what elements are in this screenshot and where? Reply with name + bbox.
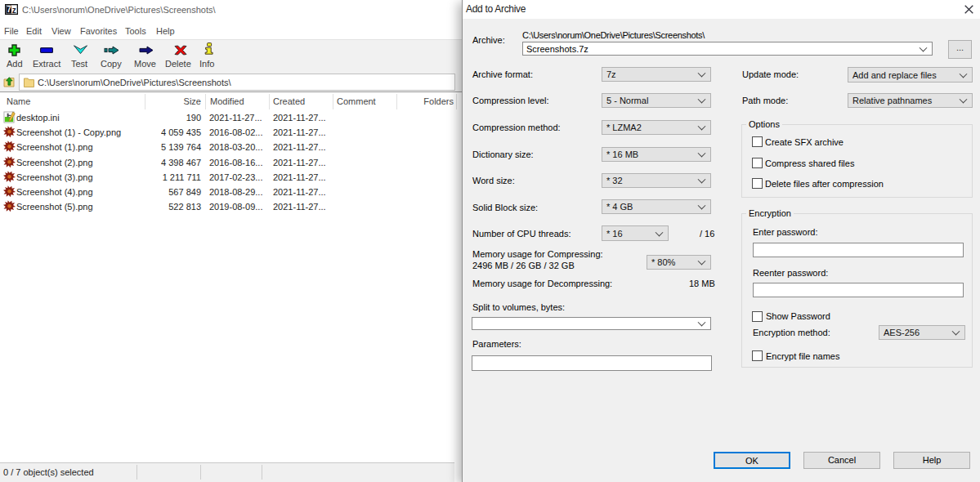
- svg-text:z: z: [12, 6, 16, 15]
- svg-text:7: 7: [7, 5, 11, 14]
